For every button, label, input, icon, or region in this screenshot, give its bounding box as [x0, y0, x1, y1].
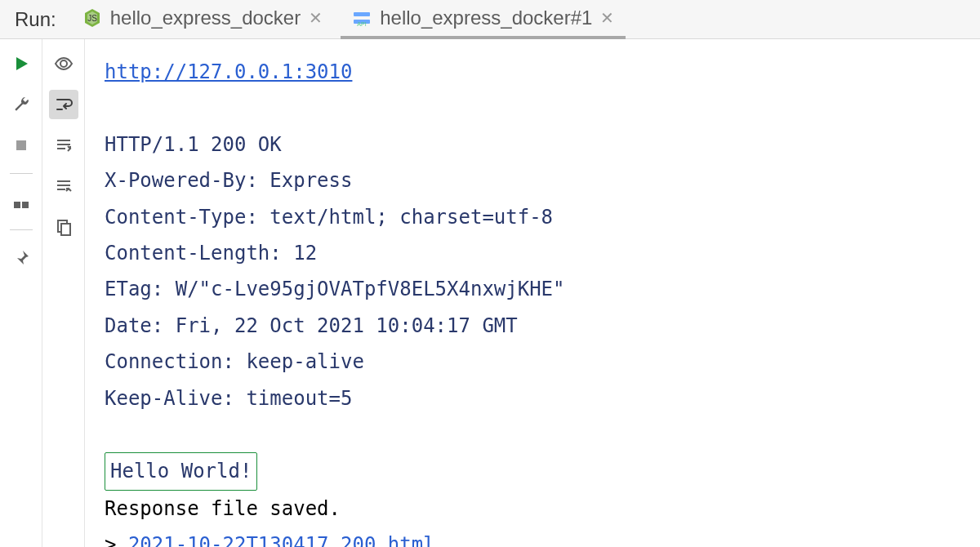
svg-rect-1: [354, 12, 370, 16]
svg-text:API: API: [358, 21, 367, 27]
saved-file-link[interactable]: 2021-10-22T130417.200.html: [128, 533, 435, 547]
run-icon[interactable]: [7, 49, 36, 78]
pin-icon[interactable]: [7, 243, 36, 273]
gutter-left: [0, 39, 42, 547]
tab-hello-express-docker-1[interactable]: API hello_express_docker#1 ✕: [341, 0, 626, 39]
console-output[interactable]: http://127.0.0.1:3010 HTTP/1.1 200 OK X-…: [85, 39, 980, 547]
http-header: Keep-Alive: timeout=5: [105, 387, 352, 410]
soft-wrap-icon[interactable]: [49, 90, 78, 119]
http-header: Content-Length: 12: [105, 242, 317, 265]
svg-point-7: [60, 60, 67, 67]
separator: [10, 173, 33, 174]
gutter-right: [42, 39, 85, 547]
run-body: http://127.0.0.1:3010 HTTP/1.1 200 OK X-…: [0, 39, 980, 547]
tab-label: hello_express_docker#1: [380, 7, 592, 29]
stop-icon[interactable]: [7, 131, 36, 160]
svg-rect-4: [16, 140, 26, 150]
http-header: ETag: W/"c-Lve95gjOVATpfV8EL5X4nxwjKHE": [105, 278, 565, 300]
http-header: Connection: keep-alive: [105, 350, 364, 373]
run-tabbar: Run: JS hello_express_docker ✕ API hello…: [0, 0, 980, 39]
close-icon[interactable]: ✕: [309, 10, 323, 26]
svg-rect-6: [22, 202, 29, 208]
run-tool-window: Run: JS hello_express_docker ✕ API hello…: [0, 0, 980, 547]
tab-hello-express-docker[interactable]: JS hello_express_docker ✕: [71, 0, 334, 39]
response-body: Hello World!: [105, 452, 257, 490]
request-url-link[interactable]: http://127.0.0.1:3010: [105, 60, 352, 83]
saved-message: Response file saved.: [105, 497, 341, 520]
svg-rect-5: [14, 202, 20, 208]
svg-text:JS: JS: [87, 14, 97, 23]
run-label: Run:: [7, 8, 65, 31]
svg-rect-9: [61, 224, 70, 235]
http-header: X-Powered-By: Express: [105, 169, 352, 192]
wrench-icon[interactable]: [7, 90, 36, 119]
separator: [10, 229, 33, 230]
http-header: Date: Fri, 22 Oct 2021 10:04:17 GMT: [105, 314, 518, 337]
show-icon[interactable]: [49, 49, 78, 78]
scroll-end-icon[interactable]: [49, 131, 78, 160]
copy-icon[interactable]: [49, 212, 78, 242]
tab-label: hello_express_docker: [110, 7, 301, 29]
nodejs-icon: JS: [82, 8, 102, 28]
status-line: HTTP/1.1 200 OK: [105, 133, 282, 156]
layout-icon[interactable]: [7, 187, 36, 216]
close-icon[interactable]: ✕: [600, 10, 614, 26]
saved-arrow: >: [105, 533, 116, 547]
api-icon: API: [352, 8, 372, 28]
http-header: Content-Type: text/html; charset=utf-8: [105, 206, 553, 229]
print-icon[interactable]: [49, 171, 78, 201]
